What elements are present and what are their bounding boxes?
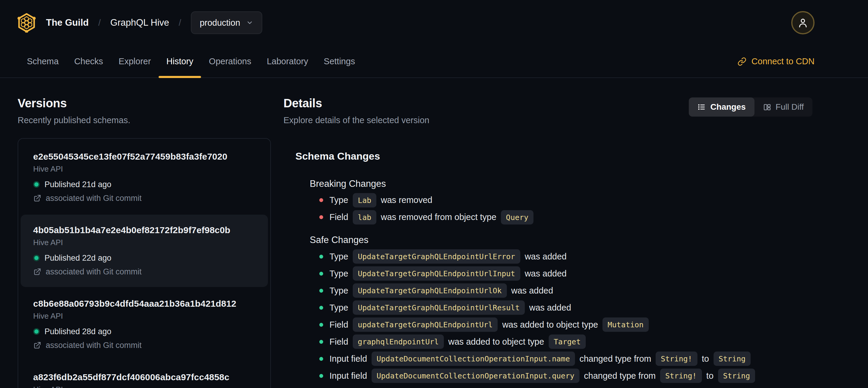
- full-diff-view-button[interactable]: Full Diff: [754, 97, 812, 117]
- versions-panel: Versions Recently published schemas. e2e…: [18, 96, 271, 388]
- change-text: changed type from: [580, 354, 651, 364]
- change-text: Type: [330, 269, 348, 278]
- change-bullet-icon: [319, 306, 323, 310]
- details-header: Details Explore details of the selected …: [283, 96, 812, 125]
- version-status-label: Published 21d ago: [44, 180, 112, 189]
- external-link-icon: [33, 194, 41, 202]
- change-text: was removed from object type: [381, 212, 496, 222]
- change-row: TypeUpdateTargetGraphQLEndpointUrlOkwas …: [310, 282, 812, 299]
- code-chip: UpdateTargetGraphQLEndpointUrlInput: [353, 266, 520, 281]
- version-card[interactable]: a823f6db2a55df877dcf406006abca97fcc4858c…: [21, 362, 268, 388]
- schema-changes-title: Schema Changes: [296, 150, 812, 162]
- primary-tabs: Schema Checks Explorer History Operation…: [0, 46, 868, 78]
- hive-logo-icon[interactable]: [17, 13, 36, 33]
- git-commit-link[interactable]: associated with Git commit: [33, 267, 255, 276]
- change-bullet-icon: [319, 340, 323, 344]
- change-list: TypeLabwas removed Fieldlabwas removed f…: [310, 191, 812, 226]
- git-commit-link[interactable]: associated with Git commit: [33, 340, 255, 350]
- version-status: Published 28d ago: [33, 327, 255, 336]
- external-link-icon: [33, 341, 41, 350]
- code-chip: UpdateDocumentCollectionOperationInput.n…: [372, 352, 575, 366]
- change-text: changed type from: [584, 371, 656, 381]
- breadcrumb-separator: /: [98, 18, 101, 28]
- details-subtitle: Explore details of the selected version: [283, 115, 429, 125]
- change-bullet-icon: [319, 198, 323, 202]
- tab-label: Settings: [324, 57, 355, 66]
- chevron-down-icon: [246, 19, 253, 26]
- change-text: Field: [330, 212, 348, 222]
- change-bullet-icon: [319, 323, 323, 327]
- git-commit-link[interactable]: associated with Git commit: [33, 193, 255, 203]
- change-row: TypeUpdateTargetGraphQLEndpointUrlResult…: [310, 299, 812, 316]
- code-chip: lab: [353, 210, 376, 225]
- code-chip: graphqlEndpointUrl: [353, 334, 444, 349]
- main-content: Versions Recently published schemas. e2e…: [0, 78, 868, 388]
- code-chip: UpdateTargetGraphQLEndpointUrlOk: [353, 283, 507, 298]
- change-text: to: [706, 371, 714, 381]
- change-text: Field: [330, 320, 348, 330]
- versions-subtitle: Recently published schemas.: [18, 115, 271, 125]
- change-text: Input field: [330, 371, 367, 381]
- changes-view-label: Changes: [710, 102, 746, 112]
- code-chip: Target: [549, 334, 586, 349]
- breadcrumb-org[interactable]: The Guild: [46, 17, 89, 28]
- version-status-label: Published 28d ago: [44, 327, 112, 336]
- change-text: was added to object type: [448, 337, 544, 347]
- target-selector[interactable]: production: [191, 11, 262, 34]
- link-icon: [738, 57, 746, 66]
- tab-operations[interactable]: Operations: [201, 46, 259, 78]
- tab-settings[interactable]: Settings: [316, 46, 363, 78]
- change-text: Type: [330, 252, 348, 262]
- change-bullet-icon: [319, 255, 323, 259]
- git-commit-label: associated with Git commit: [46, 267, 142, 276]
- version-card[interactable]: c8b6e88a06793b9c4dfd54aaa21b36a1b421d812…: [21, 288, 268, 360]
- published-dot-icon: [33, 181, 40, 188]
- change-text: to: [702, 354, 709, 364]
- connect-to-cdn-label: Connect to CDN: [751, 57, 814, 66]
- version-card[interactable]: 4b05ab51b1b4a7e2e4b0ef82172f2b9f7ef98c0b…: [21, 215, 268, 287]
- tab-laboratory[interactable]: Laboratory: [259, 46, 316, 78]
- breadcrumb-project[interactable]: GraphQL Hive: [110, 17, 169, 28]
- change-row: FieldupdateTargetGraphQLEndpointUrlwas a…: [310, 316, 812, 333]
- change-bullet-icon: [319, 374, 323, 378]
- target-selector-value: production: [200, 18, 240, 28]
- version-hash: c8b6e88a06793b9c4dfd54aaa21b36a1b421d812: [33, 298, 255, 309]
- header-top-row: The Guild / GraphQL Hive / production: [0, 0, 868, 46]
- user-menu-button[interactable]: [791, 11, 814, 34]
- view-mode-toggle: Changes Full Diff: [689, 97, 812, 117]
- version-hash: e2e55045345ce13fe07f52a77459b83fa3fe7020: [33, 151, 255, 162]
- published-dot-icon: [33, 328, 40, 335]
- tab-history[interactable]: History: [159, 46, 201, 78]
- change-bullet-icon: [319, 215, 323, 219]
- version-service: Hive API: [33, 238, 255, 247]
- change-text: Type: [330, 286, 348, 296]
- changes-view-button[interactable]: Changes: [689, 97, 754, 117]
- list-icon: [698, 103, 706, 111]
- code-chip: String!: [656, 352, 697, 366]
- code-chip: Query: [501, 210, 533, 225]
- git-commit-label: associated with Git commit: [46, 340, 142, 350]
- tab-label: History: [166, 57, 193, 66]
- connect-to-cdn-link[interactable]: Connect to CDN: [738, 57, 814, 66]
- code-chip: String!: [660, 368, 702, 383]
- code-chip: Mutation: [602, 318, 648, 332]
- change-text: was added to object type: [502, 320, 598, 330]
- schema-changes: Schema Changes Breaking Changes TypeLabw…: [283, 150, 812, 384]
- change-row: TypeUpdateTargetGraphQLEndpointUrlErrorw…: [310, 248, 812, 265]
- version-card[interactable]: e2e55045345ce13fe07f52a77459b83fa3fe7020…: [21, 141, 268, 213]
- tab-explorer[interactable]: Explorer: [111, 46, 159, 78]
- tab-label: Operations: [209, 57, 251, 66]
- code-chip: UpdateTargetGraphQLEndpointUrlResult: [353, 300, 525, 315]
- change-section: Breaking Changes TypeLabwas removed Fiel…: [296, 178, 812, 226]
- code-chip: String: [718, 368, 755, 383]
- version-service: Hive API: [33, 311, 255, 321]
- change-row: TypeUpdateTargetGraphQLEndpointUrlInputw…: [310, 265, 812, 282]
- tab-label: Laboratory: [267, 57, 308, 66]
- change-bullet-icon: [319, 289, 323, 293]
- change-row: TypeLabwas removed: [310, 191, 812, 209]
- change-list: TypeUpdateTargetGraphQLEndpointUrlErrorw…: [310, 248, 812, 384]
- tab-schema[interactable]: Schema: [19, 46, 66, 78]
- code-chip: UpdateTargetGraphQLEndpointUrlError: [353, 249, 520, 264]
- tab-checks[interactable]: Checks: [66, 46, 111, 78]
- user-icon: [797, 17, 809, 28]
